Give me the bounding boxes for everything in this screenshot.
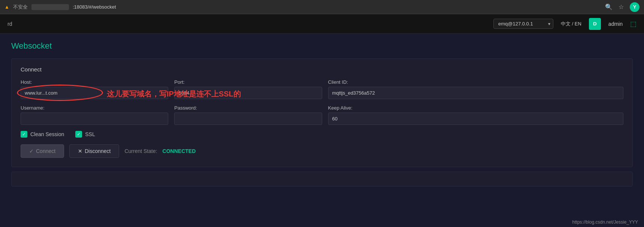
form-row-2: Username: Password: Keep Alive: bbox=[21, 105, 623, 125]
footer: https://blog.csdn.net/Jessie_YYY bbox=[566, 217, 644, 227]
bookmark-icon[interactable]: ☆ bbox=[619, 3, 624, 10]
nav-left-label: rd bbox=[7, 21, 12, 27]
keepalive-input[interactable] bbox=[328, 113, 624, 125]
client-id-label: Client ID: bbox=[328, 79, 624, 85]
panel-title: Connect bbox=[21, 66, 623, 73]
port-group: Port: bbox=[174, 79, 322, 99]
keepalive-group: Keep Alive: bbox=[328, 105, 624, 125]
nav-right: emq@127.0.0.1 中文 / EN D admin ⬚ bbox=[493, 18, 637, 30]
search-icon[interactable]: 🔍 bbox=[605, 3, 613, 10]
disconnect-x-icon: ✕ bbox=[78, 148, 82, 154]
state-value: CONNECTED bbox=[163, 148, 196, 154]
top-nav: rd emq@127.0.0.1 中文 / EN D admin ⬚ bbox=[0, 14, 644, 34]
keepalive-label: Keep Alive: bbox=[328, 105, 624, 111]
ssl-label: SSL bbox=[85, 131, 95, 137]
clean-session-checkbox[interactable]: ✓ Clean Session bbox=[21, 131, 64, 138]
logout-icon[interactable]: ⬚ bbox=[630, 20, 637, 28]
password-input[interactable] bbox=[174, 113, 322, 125]
password-label: Password: bbox=[174, 105, 322, 111]
url-path: :18083/#/websocket bbox=[73, 4, 116, 10]
username-label: Username: bbox=[21, 105, 168, 111]
connect-check-icon: ✓ bbox=[29, 148, 34, 154]
ssl-checkbox[interactable]: ✓ SSL bbox=[75, 131, 95, 138]
connect-button-label: Connect bbox=[36, 148, 55, 154]
clean-session-check-icon: ✓ bbox=[21, 131, 27, 138]
connect-button[interactable]: ✓ Connect bbox=[21, 144, 64, 158]
page-title: Websocket bbox=[11, 41, 633, 51]
port-input[interactable] bbox=[174, 87, 322, 99]
state-label: Current State: bbox=[124, 148, 157, 154]
disconnect-button-label: Disconnect bbox=[85, 148, 111, 154]
form-row-1: 这儿要写域名，写IP地址是连不上SSL的 Host: Port: Client … bbox=[21, 79, 623, 99]
footer-url: https://blog.csdn.net/Jessie_YYY bbox=[572, 220, 638, 225]
host-label: Host: bbox=[21, 79, 168, 85]
clean-session-label: Clean Session bbox=[30, 131, 64, 137]
admin-label: admin bbox=[608, 21, 623, 27]
broker-select[interactable]: emq@127.0.0.1 bbox=[493, 19, 553, 29]
browser-icons: 🔍 ☆ Y bbox=[605, 2, 640, 12]
username-group: Username: bbox=[21, 105, 168, 125]
host-input[interactable] bbox=[21, 87, 168, 99]
url-blurred bbox=[31, 4, 69, 10]
url-insecure-label: 不安全 bbox=[13, 4, 28, 10]
buttons-row: ✓ Connect ✕ Disconnect Current State: CO… bbox=[21, 144, 623, 158]
host-group: Host: bbox=[21, 79, 168, 99]
language-toggle[interactable]: 中文 / EN bbox=[561, 21, 581, 27]
browser-bar: ▲ 不安全 :18083/#/websocket 🔍 ☆ Y bbox=[0, 0, 644, 14]
password-group: Password: bbox=[174, 105, 322, 125]
connect-panel: Connect 这儿要写域名，写IP地址是连不上SSL的 Host: Port:… bbox=[11, 58, 633, 167]
host-input-wrapper bbox=[21, 87, 168, 99]
username-input[interactable] bbox=[21, 113, 168, 125]
ssl-check-icon: ✓ bbox=[75, 131, 82, 138]
user-avatar[interactable]: Y bbox=[630, 2, 640, 12]
nav-icon-box: D bbox=[589, 18, 601, 30]
checkbox-row: ✓ Clean Session ✓ SSL bbox=[21, 131, 623, 138]
client-id-group: Client ID: bbox=[328, 79, 624, 99]
port-label: Port: bbox=[174, 79, 322, 85]
bottom-panel bbox=[11, 172, 633, 187]
client-id-input[interactable] bbox=[328, 87, 624, 99]
main-content: Websocket Connect 这儿要写域名，写IP地址是连不上SSL的 H… bbox=[0, 34, 644, 194]
disconnect-button[interactable]: ✕ Disconnect bbox=[69, 144, 119, 158]
warning-icon: ▲ bbox=[4, 4, 9, 10]
broker-selector-wrapper: emq@127.0.0.1 bbox=[493, 19, 553, 29]
